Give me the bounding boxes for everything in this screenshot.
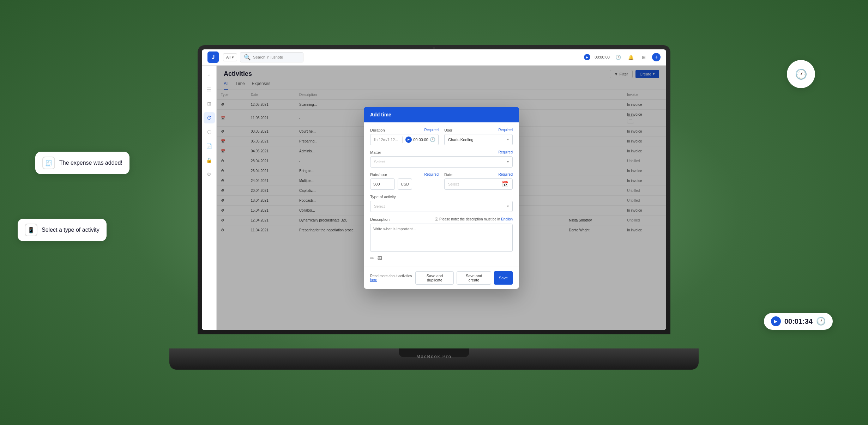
activity-select[interactable]: Select ▾ (370, 201, 513, 212)
content-area: Activities ▼ Filter Create ▾ (217, 66, 666, 330)
sidebar-icon-doc[interactable]: 📄 (204, 140, 215, 152)
desc-label: Description (370, 217, 390, 221)
search-icon: 🔍 (244, 54, 251, 61)
save-create-button[interactable]: Save and create (457, 271, 491, 285)
timer-display: 00:00:00 (595, 55, 610, 59)
modal-overlay[interactable]: Add time (217, 66, 666, 330)
play-icon-small[interactable]: ▶ (584, 54, 590, 60)
user-dropdown-arrow: ▾ (507, 138, 509, 141)
desc-label-row: Description ⓘ Please note: the descripti… (370, 217, 513, 222)
modal-title: Add time (370, 112, 391, 117)
sidebar-icon-grid[interactable]: ⊞ (204, 98, 215, 109)
description-textarea[interactable] (370, 224, 513, 252)
select-activity-text: Select a type of activity (42, 227, 100, 233)
dropdown-arrow: ▾ (232, 55, 234, 60)
duration-label-row: Duration Required (370, 128, 439, 132)
activity-label-row: Type of activity (370, 195, 513, 199)
rate-date-row: Rate/hour Required USD (370, 172, 513, 190)
modal-header: Add time (364, 107, 519, 122)
sidebar-icon-home[interactable]: ⌂ (204, 70, 215, 81)
desc-note-link[interactable]: English (501, 217, 513, 221)
main-layout: ⌂ ☰ ⊞ ⏱ ⬡ 📄 🔒 ⚙ (202, 66, 666, 330)
laptop-camera (433, 47, 435, 49)
image-icon[interactable]: 🖼 (377, 255, 382, 261)
user-label-row: User Required (444, 128, 513, 132)
currency-badge: USD (398, 178, 412, 190)
rate-input[interactable] (370, 178, 395, 190)
duration-label: Duration (370, 128, 385, 132)
save-duplicate-button[interactable]: Save and duplicate (415, 271, 454, 285)
rate-input-row: USD (370, 178, 439, 190)
calendar-icon: 📅 (502, 181, 509, 187)
bell-btn[interactable]: 🔔 (627, 53, 635, 61)
clock-widget: 🕐 (787, 60, 815, 88)
timer-bar-widget[interactable]: ▶ 00:01:34 🕐 (764, 313, 833, 330)
rate-label-row: Rate/hour Required (370, 172, 439, 177)
date-placeholder: Select (448, 182, 459, 186)
top-right-actions: ▶ 00:00:00 🕐 🔔 ⊞ + (584, 53, 661, 61)
clock-icon-large: 🕐 (816, 317, 826, 326)
add-time-modal: Add time (364, 107, 519, 289)
desc-note-text: Please note: the description must be in (439, 217, 500, 221)
duration-input[interactable]: 1h 12m/1:12... ▶ 00:00:00 🕐 (370, 134, 439, 145)
play-button[interactable]: ▶ (584, 54, 590, 60)
all-dropdown[interactable]: All ▾ (223, 53, 237, 61)
date-select[interactable]: Select 📅 (444, 178, 513, 190)
clock-icon: 🕐 (795, 68, 807, 80)
currency-label: USD (401, 182, 409, 186)
search-box[interactable]: 🔍 (240, 52, 303, 62)
user-select[interactable]: Charis Keeling ▾ (444, 134, 513, 145)
read-more-text: Read more about activities here (370, 274, 415, 282)
matter-select[interactable]: Select ▾ (370, 156, 513, 168)
rate-group: Rate/hour Required USD (370, 172, 439, 190)
activity-type-group: Type of activity Select ▾ (370, 195, 513, 212)
modal-body: Duration Required 1h 12m/1:12... ▶ (364, 122, 519, 267)
modal-footer: Read more about activities here Save and… (364, 267, 519, 289)
expense-added-widget: 🧾 The expense was added! (35, 152, 129, 174)
matter-required: Required (498, 150, 513, 154)
duration-user-row: Duration Required 1h 12m/1:12... ▶ (370, 128, 513, 145)
duration-required: Required (424, 128, 439, 132)
clock-btn[interactable]: 🕐 (614, 53, 622, 61)
pencil-icon[interactable]: ✏ (370, 255, 374, 261)
topbar: J All ▾ 🔍 (202, 49, 666, 66)
play-icon-large[interactable]: ▶ (771, 316, 781, 326)
matter-label: Matter (370, 150, 381, 154)
user-required: Required (498, 128, 513, 132)
matter-arrow: ▾ (507, 160, 509, 164)
sidebar: ⌂ ☰ ⊞ ⏱ ⬡ 📄 🔒 ⚙ (202, 66, 217, 330)
date-required: Required (498, 172, 513, 176)
activity-placeholder: Select (374, 204, 385, 208)
matter-label-row: Matter Required (370, 150, 513, 154)
user-name: Charis Keeling (448, 138, 474, 142)
sidebar-icon-list[interactable]: ☰ (204, 84, 215, 95)
save-button[interactable]: Save (494, 271, 513, 285)
duration-clock-icon[interactable]: 🕐 (430, 137, 435, 142)
date-label: Date (444, 172, 452, 177)
time-display: 00:00:00 (413, 138, 428, 142)
sidebar-icon-clock[interactable]: ⏱ (204, 112, 215, 123)
laptop-body: J All ▾ 🔍 (198, 45, 670, 334)
matter-group: Matter Required Select ▾ (370, 150, 513, 168)
add-button[interactable]: + (652, 53, 661, 61)
duration-play-btn[interactable]: ▶ (405, 136, 412, 143)
description-group: Description ⓘ Please note: the descripti… (370, 217, 513, 261)
sidebar-icon-lock[interactable]: 🔒 (204, 154, 215, 166)
select-activity-widget: 📱 Select a type of activity (18, 219, 107, 241)
all-label: All (226, 55, 230, 59)
search-input[interactable] (253, 55, 302, 59)
sidebar-icon-settings[interactable]: ⚙ (204, 169, 215, 180)
grid-btn[interactable]: ⊞ (639, 53, 648, 61)
laptop-base (169, 348, 699, 370)
rate-required: Required (424, 172, 439, 176)
sidebar-icon-hex[interactable]: ⬡ (204, 126, 215, 138)
duration-placeholder: 1h 12m/1:12... (370, 138, 402, 142)
read-more-link[interactable]: here (370, 278, 377, 282)
date-group: Date Required Select 📅 (444, 172, 513, 190)
screen-content: J All ▾ 🔍 (202, 49, 666, 330)
expense-icon: 🧾 (42, 157, 55, 169)
activity-icon: 📱 (25, 224, 37, 236)
duration-controls: ▶ 00:00:00 🕐 (402, 136, 438, 143)
duration-group: Duration Required 1h 12m/1:12... ▶ (370, 128, 439, 145)
laptop: J All ▾ 🔍 (169, 45, 699, 380)
